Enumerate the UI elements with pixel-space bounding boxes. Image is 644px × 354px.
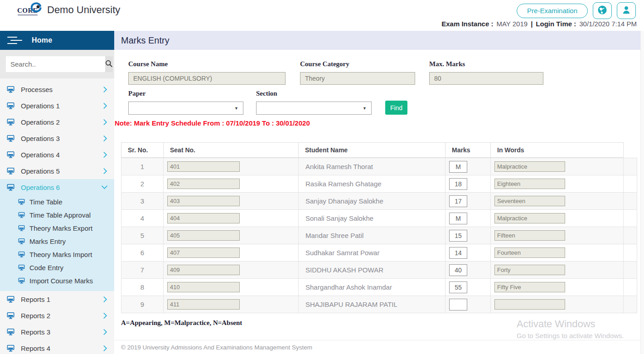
- header-actions: Pre-Examination: [517, 2, 636, 19]
- student-name-cell: SIDDHU AKASH POWAR: [299, 262, 445, 279]
- sidebar-item-label: Operations 2: [21, 118, 60, 126]
- logo-swoosh-icon: [31, 2, 42, 14]
- sidebar-item-processes[interactable]: Processes: [0, 81, 114, 97]
- marks-table: Sr. No. Seat No. Student Name Marks In W…: [121, 142, 644, 313]
- monitor-icon: [18, 238, 25, 244]
- marks-input[interactable]: [449, 161, 467, 173]
- sidebar-item-operations-2[interactable]: Operations 2: [0, 114, 114, 130]
- monitor-icon: [7, 184, 15, 191]
- marks-table-body: 1Ankita Ramesh Thorat2Rasika Ramesh Ghat…: [121, 158, 637, 313]
- monitor-icon: [7, 135, 15, 142]
- sidebar-item-operations-5[interactable]: Operations 5: [0, 163, 114, 179]
- sidebar-item-label: Operations 5: [21, 167, 60, 175]
- page-title-bar: Marks Entry: [114, 31, 644, 50]
- home-label[interactable]: Home: [32, 36, 52, 44]
- sidebar-search: [0, 50, 114, 78]
- sidebar-item-reports-4[interactable]: Reports 4: [0, 340, 114, 354]
- sidebar-subitem-theory-marks-import[interactable]: Theory Marks Import: [0, 248, 114, 261]
- sidebar-subitem-marks-entry[interactable]: Marks Entry: [0, 235, 114, 248]
- student-name-cell: Mandar Shree Patil: [299, 227, 445, 244]
- hamburger-icon[interactable]: [7, 37, 22, 44]
- sidebar-group-reports-2: Reports 2: [0, 307, 114, 324]
- seat-no-cell: [164, 244, 299, 262]
- sidebar-group-operations-1: Operations 1: [0, 97, 114, 114]
- course-name-label: Course Name: [128, 60, 286, 68]
- empty-cell: [624, 296, 637, 313]
- page-footer: © 2019 University Admissions And Examina…: [114, 340, 644, 354]
- in-words-input: [494, 161, 565, 172]
- search-input[interactable]: [6, 56, 105, 72]
- marks-input[interactable]: [449, 230, 467, 242]
- paper-select[interactable]: [128, 102, 243, 115]
- section-label: Section: [256, 90, 372, 97]
- sidebar-item-operations-1[interactable]: Operations 1: [0, 97, 114, 114]
- sr-no-cell: 4: [121, 210, 164, 227]
- language-globe-button[interactable]: [593, 2, 612, 19]
- monitor-icon: [7, 312, 15, 319]
- sidebar-subitem-import-course-marks[interactable]: Import Course Marks: [0, 274, 114, 287]
- sidebar-subitem-label: Import Course Marks: [29, 277, 93, 285]
- col-header-in-words: In Words: [491, 143, 624, 158]
- monitor-icon: [7, 102, 15, 109]
- marks-cell: [445, 262, 491, 279]
- marks-cell: [445, 175, 491, 193]
- seat-no-cell: [164, 262, 299, 279]
- col-header-marks: Marks: [445, 143, 491, 158]
- chevron-right-icon: [103, 329, 107, 335]
- user-profile-button[interactable]: [617, 2, 636, 19]
- sidebar-item-reports-2[interactable]: Reports 2: [0, 307, 114, 324]
- sidebar-subitem-code-entry[interactable]: Code Entry: [0, 261, 114, 274]
- course-name-field: ENGLISH (COMPULSORY): [128, 72, 286, 85]
- sidebar-subitem-time-table[interactable]: Time Table: [0, 195, 114, 209]
- in-words-cell: [491, 210, 624, 227]
- app-window: CORE Demo University Pre-Examination: [0, 0, 644, 354]
- exam-instance-label: Exam Instance :: [441, 20, 493, 28]
- filter-form-row-2: Paper Section Find: [128, 90, 644, 115]
- scrollbar[interactable]: [640, 31, 644, 354]
- marks-input[interactable]: [449, 264, 467, 276]
- chevron-right-icon: [103, 152, 107, 158]
- monitor-icon: [18, 225, 25, 231]
- marks-cell: [445, 296, 491, 313]
- sidebar-item-operations-4[interactable]: Operations 4: [0, 146, 114, 163]
- student-name-cell: Ankita Ramesh Thorat: [299, 158, 445, 175]
- sidebar: Home ProcessesOperations 1Operations 2Op…: [0, 31, 114, 354]
- sidebar-subitem-time-table-approval[interactable]: Time Table Approval: [0, 209, 114, 222]
- section-select[interactable]: [256, 102, 372, 115]
- marks-input[interactable]: [449, 178, 467, 190]
- marks-input[interactable]: [449, 281, 467, 293]
- chevron-right-icon: [103, 136, 107, 141]
- app-logo: CORE: [17, 3, 41, 19]
- chevron-down-icon: [102, 185, 107, 189]
- sidebar-group-operations-3: Operations 3: [0, 130, 114, 146]
- find-button[interactable]: Find: [385, 101, 407, 115]
- page-title: Marks Entry: [121, 35, 169, 46]
- sidebar-group-operations-4: Operations 4: [0, 146, 114, 163]
- search-button[interactable]: [105, 56, 113, 72]
- pre-examination-button[interactable]: Pre-Examination: [517, 4, 588, 18]
- brand: CORE Demo University: [17, 3, 120, 19]
- sidebar-item-reports-3[interactable]: Reports 3: [0, 324, 114, 340]
- sidebar-item-reports-1[interactable]: Reports 1: [0, 291, 114, 307]
- chevron-right-icon: [103, 119, 107, 125]
- marks-cell: [445, 193, 491, 210]
- marks-input[interactable]: [449, 213, 467, 224]
- in-words-input: [494, 299, 565, 310]
- magnifier-icon: [105, 60, 113, 69]
- monitor-icon: [7, 296, 15, 303]
- sr-no-cell: 1: [121, 158, 164, 175]
- sidebar-group-operations-6: Operations 6Time TableTime Table Approva…: [0, 179, 114, 291]
- sidebar-subitem-label: Theory Marks Import: [29, 251, 92, 258]
- sidebar-item-operations-6[interactable]: Operations 6: [0, 179, 114, 195]
- sr-no-cell: 8: [121, 279, 164, 296]
- marks-input[interactable]: [449, 247, 467, 259]
- sidebar-item-operations-3[interactable]: Operations 3: [0, 130, 114, 146]
- marks-table-header: Sr. No. Seat No. Student Name Marks In W…: [121, 142, 624, 158]
- schedule-note: Note: Mark Entry Schedule From : 07/10/2…: [115, 119, 644, 127]
- sidebar-group-operations-5: Operations 5: [0, 163, 114, 179]
- marks-input[interactable]: [449, 195, 467, 207]
- table-row: 6Sudhakar Samrat Powar: [121, 244, 637, 262]
- sidebar-subitem-theory-marks-export[interactable]: Theory Marks Export: [0, 222, 114, 235]
- marks-input[interactable]: [449, 299, 467, 310]
- table-row: 4Sonali Sanjay Salokhe: [121, 210, 637, 227]
